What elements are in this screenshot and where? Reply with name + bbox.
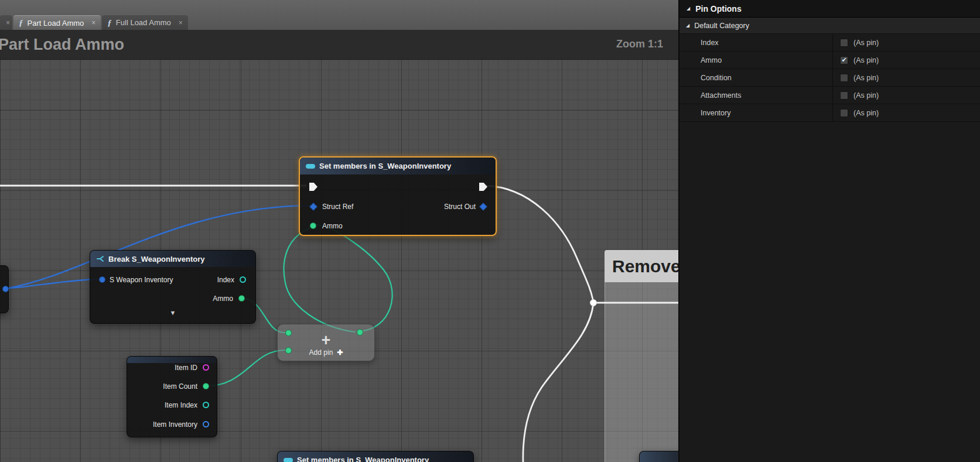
check-icon: ✔	[841, 57, 846, 63]
pin-label-item-index: Item Index	[165, 401, 197, 410]
break-struct-icon	[96, 255, 104, 263]
add-output-pin[interactable]	[357, 329, 363, 336]
comment-node-remove[interactable]: Remove	[605, 250, 678, 462]
struct-out-pin[interactable]	[2, 286, 9, 292]
function-icon: ƒ	[19, 19, 23, 27]
node-header: Set members in S_WeaponInventory	[278, 451, 473, 462]
as-pin-checkbox[interactable]	[840, 39, 848, 47]
graph-banner: Part Load Ammo Zoom 1:1	[0, 30, 678, 60]
pin-row-attachments: Attachments (As pin)	[679, 87, 980, 104]
tab-label: Full Load Ammo	[116, 18, 171, 27]
as-pin-label: (As pin)	[853, 109, 879, 117]
pin-name: Condition	[701, 74, 832, 82]
pin-value: ✔ (As pin)	[832, 52, 980, 69]
add-pin-label: Add pin	[309, 348, 333, 357]
node-header: Break S_WeaponInventory	[90, 251, 255, 267]
as-pin-label: (As pin)	[853, 39, 879, 47]
pin-row-condition: Condition (As pin)	[679, 69, 980, 87]
pin-row-index: Index (As pin)	[679, 34, 980, 52]
node-title: Set members in S_WeaponInventory	[297, 456, 429, 462]
pin-value: (As pin)	[832, 34, 980, 51]
close-tab-icon[interactable]: ×	[179, 19, 183, 26]
graph-editor-region: × ƒ Part Load Ammo × ƒ Full Load Ammo × …	[0, 0, 678, 462]
struct-ref-pin[interactable]	[309, 203, 317, 211]
pin-label-struct-ref: Struct Ref	[322, 202, 353, 211]
pin-value: (As pin)	[832, 87, 980, 104]
pin-name: Attachments	[701, 91, 832, 100]
node-set-members-bottom[interactable]: Set members in S_WeaponInventory	[277, 451, 474, 462]
struct-out-pin[interactable]	[479, 203, 487, 211]
pin-label-struct-in: S Weapon Inventory	[110, 275, 173, 285]
exec-wire-out	[484, 186, 593, 303]
index-pin[interactable]	[240, 276, 246, 283]
tab-part-load-ammo[interactable]: ƒ Part Load Ammo ×	[13, 15, 101, 30]
struct-in-pin[interactable]	[99, 276, 105, 283]
as-pin-checkbox[interactable]	[840, 109, 848, 117]
expander-icon[interactable]: ◢	[687, 6, 690, 11]
node-set-members-top[interactable]: Set members in S_WeaponInventory Struct …	[299, 156, 497, 236]
blueprint-graph-canvas[interactable]: Remove	[0, 30, 678, 462]
pin-label-ammo: Ammo	[322, 221, 343, 231]
tab-label: Part Load Ammo	[28, 19, 84, 28]
graph-title: Part Load Ammo	[0, 36, 124, 54]
pin-label-item-id: Item ID	[175, 363, 197, 372]
item-id-pin[interactable]	[203, 364, 209, 371]
panel-title: Pin Options	[695, 4, 742, 13]
comment-title[interactable]: Remove	[605, 250, 678, 282]
expander-icon[interactable]: ◢	[686, 23, 689, 28]
pin-label-struct-out: Struct Out	[444, 202, 476, 211]
set-members-icon	[284, 458, 293, 462]
pin-label-item-count: Item Count	[163, 382, 197, 391]
item-index-pin[interactable]	[203, 402, 209, 408]
exec-out-pin[interactable]	[479, 183, 487, 191]
pin-options-panel: ◢ Pin Options ◢ Default Category Index (…	[678, 0, 980, 462]
node-add-compact[interactable]: + Add pin ✚	[277, 324, 375, 361]
exec-in-pin[interactable]	[309, 183, 317, 191]
struct-wire-to-break	[5, 279, 98, 289]
node-partial-left[interactable]	[0, 265, 9, 313]
item-count-pin[interactable]	[203, 383, 209, 389]
pin-row-inventory: Inventory (As pin)	[679, 104, 980, 122]
pin-name: Inventory	[701, 109, 832, 117]
pin-value: (As pin)	[832, 69, 980, 86]
node-title: Break S_WeaponInventory	[108, 255, 204, 263]
ammo-out-pin[interactable]	[238, 295, 245, 302]
pin-label-index: Index	[217, 275, 234, 285]
node-header: Set members in S_WeaponInventory	[300, 158, 496, 174]
node-title: Set members in S_WeaponInventory	[319, 162, 451, 170]
category-default[interactable]: ◢ Default Category	[679, 18, 980, 34]
close-tab-icon[interactable]: ×	[6, 19, 10, 26]
add-pin-button[interactable]: Add pin ✚	[278, 348, 374, 357]
node-header	[127, 357, 217, 363]
node-partial-bottom-right[interactable]	[639, 451, 678, 462]
collapse-arrow-icon[interactable]: ▼	[90, 309, 255, 316]
as-pin-checkbox-checked[interactable]: ✔	[840, 56, 848, 64]
as-pin-checkbox[interactable]	[840, 74, 848, 82]
as-pin-label: (As pin)	[853, 56, 879, 64]
pin-name: Index	[701, 39, 832, 47]
node-item-outputs[interactable]: Item ID Item Count Item Index Item Inven…	[127, 356, 217, 437]
node-break-struct[interactable]: Break S_WeaponInventory S Weapon Invento…	[90, 250, 256, 324]
close-tab-icon[interactable]: ×	[91, 19, 95, 26]
pin-name: Ammo	[701, 56, 832, 64]
add-pin-icon: ✚	[337, 348, 343, 357]
comment-body	[605, 282, 678, 462]
category-label: Default Category	[694, 22, 749, 30]
reroute-node[interactable]	[590, 300, 597, 306]
ammo-pin[interactable]	[310, 223, 316, 229]
node-header	[640, 451, 678, 462]
item-inventory-pin[interactable]	[203, 421, 209, 427]
add-result-wire-right	[316, 225, 392, 331]
tab-full-load-ammo[interactable]: ƒ Full Load Ammo ×	[102, 15, 187, 30]
as-pin-checkbox[interactable]	[840, 91, 848, 100]
document-tabs: × ƒ Part Load Ammo × ƒ Full Load Ammo ×	[0, 15, 678, 30]
tab-bar: × ƒ Part Load Ammo × ƒ Full Load Ammo ×	[0, 0, 678, 30]
as-pin-label: (As pin)	[853, 91, 879, 100]
pin-value: (As pin)	[832, 104, 980, 121]
wires-layer	[0, 30, 678, 462]
add-input-pin-a[interactable]	[285, 330, 292, 336]
pin-label-ammo-out: Ammo	[213, 294, 233, 303]
pin-label-item-inventory: Item Inventory	[153, 420, 197, 429]
tab-partial[interactable]: ×	[0, 15, 12, 30]
panel-header[interactable]: ◢ Pin Options	[679, 0, 980, 18]
